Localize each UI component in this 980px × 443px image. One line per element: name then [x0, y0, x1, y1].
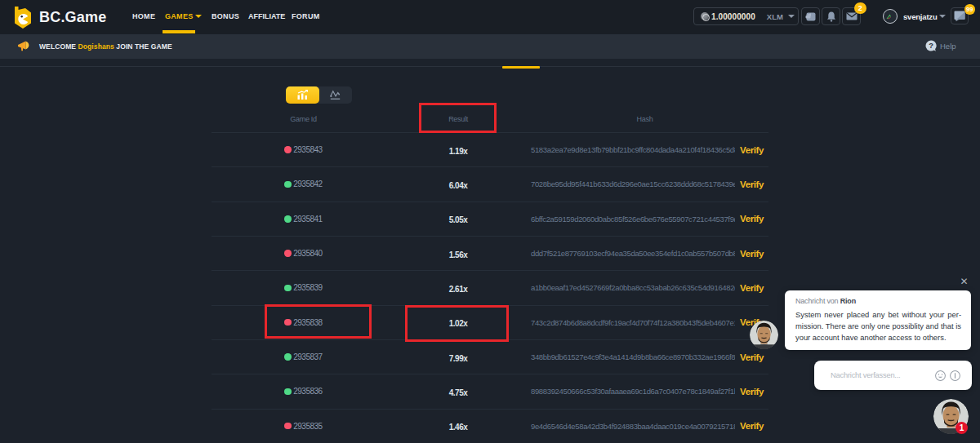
svg-text:?: ?	[929, 42, 933, 50]
